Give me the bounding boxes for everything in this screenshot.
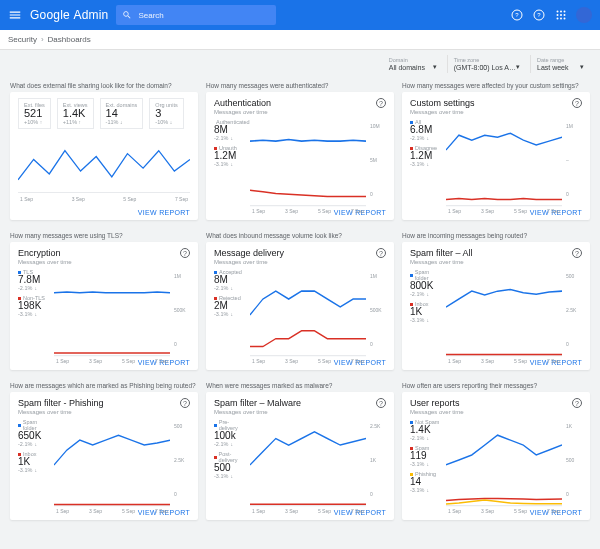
legend-item: All 6.8M -2.1%	[410, 119, 442, 141]
breadcrumb-dashboards[interactable]: Dashboards	[48, 35, 91, 44]
card-question: How often are users reporting their mess…	[402, 378, 590, 392]
chart: 1 Sep3 Sep5 Sep7 Sep	[446, 119, 562, 207]
svg-text:?: ?	[515, 12, 519, 18]
legend-item: Inbox 1K -3.1%	[18, 451, 50, 473]
dashboard-grid: What does external file sharing look lik…	[0, 78, 600, 530]
help-icon[interactable]: ?	[180, 248, 190, 258]
filter-domain[interactable]: Domain All domains▾	[383, 55, 443, 73]
svg-point-4	[557, 11, 559, 13]
chart-x-axis: 1 Sep3 Sep5 Sep7 Sep	[18, 196, 190, 202]
chart-y-axis: 5002.5K0	[566, 269, 582, 357]
stats-row: Ext. files 521 +10% Ext. views 1.4K +11%…	[18, 98, 190, 129]
svg-point-12	[564, 18, 566, 20]
help-icon[interactable]: ?	[376, 248, 386, 258]
filter-timezone[interactable]: Time zone (GMT-8:00) Los A…▾	[447, 55, 526, 73]
card-question: How are messages which are marked as Phi…	[10, 378, 198, 392]
chart: 1 Sep3 Sep5 Sep7 Sep	[446, 269, 562, 357]
announcements-icon[interactable]: ?	[532, 8, 546, 22]
apps-icon[interactable]	[554, 8, 568, 22]
legend: All 6.8M -2.1% Disagree 1.2M -3.1%	[410, 119, 442, 207]
card-title: Encryption	[18, 248, 72, 258]
chart-y-axis: 1M500K0	[174, 269, 190, 357]
help-icon[interactable]: ?	[572, 98, 582, 108]
app-header: Google Admin ? ?	[0, 0, 600, 30]
card-subtitle: Messages over time	[214, 259, 284, 265]
card-spam_malware: Spam filter – Malware Messages over time…	[206, 392, 394, 520]
svg-point-11	[560, 18, 562, 20]
card-subtitle: Messages over time	[410, 109, 475, 115]
help-icon[interactable]: ?	[376, 398, 386, 408]
svg-point-6	[564, 11, 566, 13]
legend-item: Phishing 14 -3.1%	[410, 471, 442, 493]
chart-x-axis: 1 Sep3 Sep5 Sep7 Sep	[446, 208, 562, 214]
chart-x-axis: 1 Sep3 Sep5 Sep7 Sep	[250, 358, 366, 364]
legend: Spam folder 800K -2.1% Inbox 1K -3.1%	[410, 269, 442, 357]
chart-x-axis: 1 Sep3 Sep5 Sep7 Sep	[446, 358, 562, 364]
card-spam_phish: Spam filter - Phishing Messages over tim…	[10, 392, 198, 520]
card-subtitle: Messages over time	[214, 109, 271, 115]
svg-point-8	[560, 14, 562, 16]
chart-x-axis: 1 Sep3 Sep5 Sep7 Sep	[250, 208, 366, 214]
breadcrumb-security[interactable]: Security	[8, 35, 37, 44]
chart-x-axis: 1 Sep3 Sep5 Sep7 Sep	[446, 508, 562, 514]
chart: 1 Sep3 Sep5 Sep7 Sep	[54, 269, 170, 357]
card-sharing: Ext. files 521 +10% Ext. views 1.4K +11%…	[10, 92, 198, 220]
card-question: How many messages were affected by your …	[402, 78, 590, 92]
help-icon[interactable]: ?	[572, 398, 582, 408]
search-icon	[122, 10, 132, 21]
card-title: Spam filter – Malware	[214, 398, 301, 408]
legend-item: Disagree 1.2M -3.1%	[410, 145, 442, 167]
view-report-link[interactable]: VIEW REPORT	[138, 209, 190, 216]
help-icon[interactable]: ?	[510, 8, 524, 22]
card-auth: Authentication Messages over time ? Auth…	[206, 92, 394, 220]
chart-x-axis: 1 Sep3 Sep5 Sep7 Sep	[54, 508, 170, 514]
card-question: How many messages were authenticated?	[206, 78, 394, 92]
help-icon[interactable]: ?	[180, 398, 190, 408]
card-subtitle: Messages over time	[18, 409, 104, 415]
search-box[interactable]	[116, 5, 276, 25]
chart: 1 Sep3 Sep5 Sep7 Sep	[54, 419, 170, 507]
filter-daterange[interactable]: Date range Last week▾	[530, 55, 590, 73]
chart-y-axis: 5002.5K0	[174, 419, 190, 507]
card-title: Message delivery	[214, 248, 284, 258]
card-custom: Custom settings Messages over time ? All…	[402, 92, 590, 220]
card-subtitle: Messages over time	[18, 259, 72, 265]
legend: Authenticated 8M -2.1% Unauth 1.2M -3.1%	[214, 119, 246, 207]
card-question: When were messages marked as malware?	[206, 378, 394, 392]
chart-y-axis: 1M500K0	[370, 269, 386, 357]
stat-box: Org units 3 -10%	[149, 98, 183, 129]
legend-item: Accepted 8M -2.1%	[214, 269, 246, 291]
stat-box: Ext. domains 14 -11%	[100, 98, 144, 129]
search-input[interactable]	[138, 11, 270, 20]
menu-icon[interactable]	[8, 8, 22, 22]
chevron-down-icon: ▾	[433, 63, 437, 71]
svg-point-7	[557, 14, 559, 16]
chart: 1 Sep3 Sep5 Sep7 Sep	[250, 119, 366, 207]
breadcrumb: Security › Dashboards	[0, 30, 600, 50]
card-delivery: Message delivery Messages over time ? Ac…	[206, 242, 394, 370]
legend-item: Non-TLS 198K -3.1%	[18, 295, 50, 317]
filter-bar: Domain All domains▾ Time zone (GMT-8:00)…	[0, 50, 600, 78]
card-subtitle: Messages over time	[214, 409, 301, 415]
card-title: User reports	[410, 398, 464, 408]
svg-point-10	[557, 18, 559, 20]
chart-x-axis: 1 Sep3 Sep5 Sep7 Sep	[54, 358, 170, 364]
stat-box: Ext. views 1.4K +11%	[57, 98, 94, 129]
help-icon[interactable]: ?	[376, 98, 386, 108]
chart-y-axis: 1M–0	[566, 119, 582, 207]
card-user_reports: User reports Messages over time ? Not Sp…	[402, 392, 590, 520]
svg-point-5	[560, 11, 562, 13]
chart: 1 Sep3 Sep5 Sep7 Sep	[18, 129, 190, 207]
legend-item: Authenticated 8M -2.1%	[214, 119, 246, 141]
svg-point-9	[564, 14, 566, 16]
legend-item: TLS 7.8M -2.1%	[18, 269, 50, 291]
legend-item: Unauth 1.2M -3.1%	[214, 145, 246, 167]
legend-item: Spam 119 -3.1%	[410, 445, 442, 467]
legend: Pre-delivery 100k -2.1% Post-delivery 50…	[214, 419, 246, 507]
card-question: How many messages were using TLS?	[10, 228, 198, 242]
legend-item: Pre-delivery 100k -2.1%	[214, 419, 246, 447]
avatar[interactable]	[576, 7, 592, 23]
legend-item: Spam folder 650K -2.1%	[18, 419, 50, 447]
chart-y-axis: 2.5K1K0	[370, 419, 386, 507]
help-icon[interactable]: ?	[572, 248, 582, 258]
